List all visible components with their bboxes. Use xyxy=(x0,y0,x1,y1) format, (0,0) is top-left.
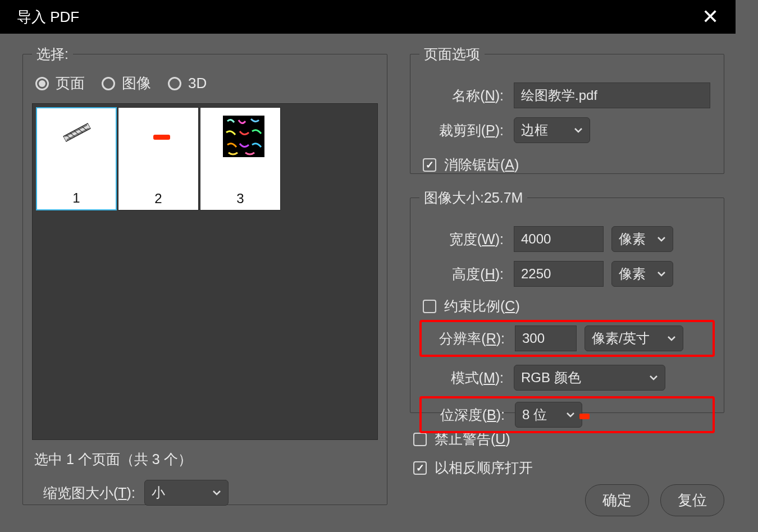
ok-button[interactable]: 确定 xyxy=(585,484,649,516)
import-pdf-dialog: 导入 PDF ✕ 选择: 页面 图像 3D xyxy=(0,0,736,522)
chevron-down-icon xyxy=(212,489,221,496)
thumbnail-1-number: 1 xyxy=(72,190,80,206)
thumbnail-3-number: 3 xyxy=(236,191,244,207)
mode-label: 模式(M): xyxy=(419,369,504,387)
thumb1-sketch-icon xyxy=(62,121,92,145)
height-label: 高度(H): xyxy=(419,265,504,283)
width-input[interactable] xyxy=(514,226,604,252)
crop-label: 裁剪到(P): xyxy=(419,121,504,140)
page-options-legend: 页面选项 xyxy=(419,45,485,63)
radio-images[interactable]: 图像 xyxy=(102,74,151,93)
selection-status: 选中 1 个页面（共 3 个） xyxy=(32,450,378,469)
svg-rect-0 xyxy=(63,123,91,141)
select-panel: 选择: 页面 图像 3D xyxy=(22,45,387,505)
bitdepth-highlight: 位深度(B): 8 位 xyxy=(419,396,715,433)
red-marker-icon xyxy=(579,414,590,419)
antialias-label: 消除锯齿(A) xyxy=(444,155,519,174)
close-icon[interactable]: ✕ xyxy=(702,5,719,29)
chevron-down-icon xyxy=(657,236,666,242)
thumbnail-area[interactable]: 1 2 xyxy=(32,103,378,440)
thumbnail-2-number: 2 xyxy=(154,191,162,207)
bitdepth-select[interactable]: 8 位 xyxy=(515,402,582,428)
constrain-checkbox[interactable] xyxy=(423,300,436,313)
select-legend: 选择: xyxy=(32,45,73,63)
select-radio-group: 页面 图像 3D xyxy=(32,74,378,93)
image-size-legend: 图像大小:25.7M xyxy=(419,189,527,207)
resolution-unit-select[interactable]: 像素/英寸 xyxy=(585,325,683,351)
name-label: 名称(N): xyxy=(419,86,504,105)
chevron-down-icon xyxy=(649,374,658,381)
crop-select[interactable]: 边框 xyxy=(514,117,590,143)
height-unit-select[interactable]: 像素 xyxy=(611,261,673,287)
thumb3-sketch-icon xyxy=(223,116,264,157)
chevron-down-icon xyxy=(667,335,676,342)
chevron-down-icon xyxy=(574,127,583,134)
antialias-checkbox[interactable] xyxy=(423,158,436,172)
dialog-title: 导入 PDF xyxy=(17,7,79,27)
radio-3d[interactable]: 3D xyxy=(168,75,207,92)
radio-pages[interactable]: 页面 xyxy=(35,74,85,93)
reverse-order-label: 以相反顺序打开 xyxy=(435,458,533,477)
height-input[interactable] xyxy=(514,261,604,287)
thumb2-sketch-icon xyxy=(153,135,170,140)
name-input[interactable] xyxy=(514,82,710,108)
chevron-down-icon xyxy=(657,270,666,277)
reset-button[interactable]: 复位 xyxy=(660,484,724,516)
resolution-highlight: 分辨率(R): 像素/英寸 xyxy=(419,320,715,357)
thumbnail-1[interactable]: 1 xyxy=(36,107,117,210)
width-label: 宽度(W): xyxy=(419,230,504,249)
width-unit-select[interactable]: 像素 xyxy=(611,226,673,252)
constrain-label: 约束比例(C) xyxy=(444,297,520,315)
resolution-input[interactable] xyxy=(515,325,577,351)
titlebar: 导入 PDF ✕ xyxy=(0,0,736,34)
thumbnail-size-label: 缩览图大小(T): xyxy=(43,484,135,502)
thumbnail-size-select[interactable]: 小 xyxy=(144,480,229,506)
page-options-panel: 页面选项 名称(N): 裁剪到(P): 边框 消除锯齿(A) xyxy=(410,45,724,174)
bitdepth-label: 位深度(B): xyxy=(426,406,505,424)
chevron-down-icon xyxy=(566,411,575,418)
suppress-warnings-checkbox[interactable] xyxy=(413,433,427,446)
resolution-label: 分辨率(R): xyxy=(426,329,505,348)
image-size-panel: 图像大小:25.7M 宽度(W): 像素 高度(H): 像素 xyxy=(410,189,724,413)
reverse-order-checkbox[interactable] xyxy=(413,461,427,475)
thumbnail-3[interactable]: 3 xyxy=(200,107,281,210)
mode-select[interactable]: RGB 颜色 xyxy=(514,365,665,391)
thumbnail-2[interactable]: 2 xyxy=(118,107,199,210)
